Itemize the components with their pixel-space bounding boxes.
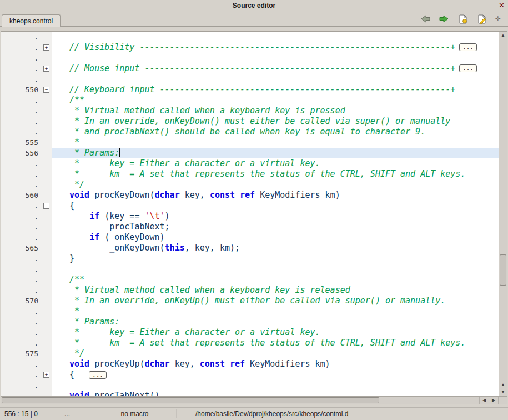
code-text[interactable]: * Virtual method called when a keyboard … <box>52 285 499 296</box>
code-text[interactable]: // Mouse input -------------------------… <box>52 63 499 74</box>
code-text[interactable]: */ <box>52 348 499 359</box>
code-line[interactable]: . * key = Either a character or a virtua… <box>1 158 499 169</box>
code-text[interactable]: * In an override, onKeyDown() must eithe… <box>52 116 499 127</box>
code-text[interactable]: void procKeyUp(dchar key, const ref KeyM… <box>52 359 499 369</box>
fold-expand-icon[interactable]: + <box>43 372 49 378</box>
code-line[interactable]: . <box>1 74 499 84</box>
code-line[interactable]: .} <box>1 253 499 264</box>
line-number: . <box>1 63 41 74</box>
code-line[interactable]: .−{ <box>1 201 499 211</box>
code-text[interactable]: * Params: <box>52 317 499 327</box>
horizontal-scrollbar[interactable]: ◀ ▶ <box>1 396 507 404</box>
code-line[interactable]: . * Virtual method called when a keyboar… <box>1 106 499 116</box>
code-line[interactable]: 575 */ <box>1 348 499 359</box>
go-back-button[interactable] <box>420 14 431 23</box>
code-line[interactable]: 565 _onKeyDown(this, key, km); <box>1 243 499 253</box>
code-token: , key, km); <box>185 243 240 253</box>
code-line[interactable]: . <box>1 53 499 63</box>
vertical-scroll-track[interactable] <box>499 39 507 381</box>
code-line[interactable]: . <box>1 32 499 42</box>
code-text[interactable]: _onKeyDown(this, key, km); <box>52 243 499 253</box>
folded-block-indicator[interactable]: ... <box>459 64 477 72</box>
scroll-up-icon-bottom[interactable]: ▲ <box>499 381 507 388</box>
code-line[interactable]: . if (key == '\t') <box>1 211 499 222</box>
titlebar[interactable]: Source editor ✕ <box>0 0 508 11</box>
fold-expand-icon[interactable]: + <box>43 66 49 72</box>
code-text[interactable]: /** <box>52 95 499 106</box>
code-line[interactable]: .+{... <box>1 369 499 380</box>
code-text[interactable] <box>52 74 499 84</box>
code-line[interactable]: .+// Mouse input -----------------------… <box>1 63 499 74</box>
vertical-scrollbar[interactable]: ▲ ▲ ▼ <box>499 32 507 396</box>
code-line[interactable]: .+// Visibility ------------------------… <box>1 42 499 53</box>
vertical-scroll-thumb[interactable] <box>500 254 506 285</box>
code-line[interactable]: . * Params: <box>1 317 499 327</box>
code-line[interactable]: . * km = A set that represents the statu… <box>1 169 499 179</box>
code-line[interactable]: . */ <box>1 179 499 190</box>
code-text[interactable]: * <box>52 306 499 317</box>
code-text[interactable]: * km = A set that represents the status … <box>52 169 499 179</box>
code-text[interactable]: * key = Either a character or a virtual … <box>52 158 499 169</box>
code-text[interactable] <box>52 53 499 63</box>
code-text[interactable]: { <box>52 201 499 211</box>
horizontal-scroll-thumb[interactable] <box>2 397 379 403</box>
close-icon[interactable]: ✕ <box>499 0 505 11</box>
scroll-down-icon[interactable]: ▼ <box>499 388 507 396</box>
code-line[interactable]: . * km = A set that represents the statu… <box>1 338 499 348</box>
folded-block-indicator[interactable]: ... <box>459 43 477 51</box>
code-text[interactable]: * and procTabNext() should be called whe… <box>52 127 499 137</box>
code-text[interactable]: procTabNext; <box>52 222 499 232</box>
scroll-left-icon[interactable]: ◀ <box>479 397 489 404</box>
fold-expand-icon[interactable]: + <box>43 44 49 51</box>
fold-collapse-icon[interactable]: − <box>43 203 49 209</box>
tab-kheops-control[interactable]: kheops.control <box>2 14 61 27</box>
code-line[interactable]: . <box>1 264 499 274</box>
folded-block-indicator[interactable]: ... <box>89 371 107 379</box>
code-text[interactable]: */ <box>52 179 499 190</box>
code-line[interactable]: ./** <box>1 95 499 106</box>
code-line[interactable]: ./** <box>1 274 499 285</box>
go-forward-button[interactable] <box>439 14 450 23</box>
code-line[interactable]: 570 * In an override, onKeyUp() must eit… <box>1 296 499 306</box>
code-text[interactable]: if (key == '\t') <box>52 211 499 222</box>
code-line[interactable]: .void procTabNext() <box>1 391 499 396</box>
code-text[interactable]: {... <box>52 369 499 380</box>
code-line[interactable]: . if (_onKeyDown) <box>1 232 499 243</box>
code-editor[interactable]: ..+// Visibility -----------------------… <box>1 32 499 396</box>
code-text[interactable]: * Params: <box>52 148 499 158</box>
code-text[interactable]: void procKeyDown(dchar key, const ref Ke… <box>52 190 499 201</box>
code-line[interactable]: . * <box>1 306 499 317</box>
code-line[interactable]: . * In an override, onKeyDown() must eit… <box>1 116 499 127</box>
code-line[interactable]: 556 * Params: <box>1 148 499 158</box>
scroll-right-icon[interactable]: ▶ <box>489 397 498 404</box>
code-text[interactable] <box>52 32 499 42</box>
code-text[interactable]: * In an override, onKeyUp() must either … <box>52 296 499 306</box>
code-text[interactable]: /** <box>52 274 499 285</box>
code-line[interactable]: . * and procTabNext() should be called w… <box>1 127 499 137</box>
code-line[interactable]: 555 * <box>1 137 499 148</box>
code-line[interactable]: . * key = Either a character or a virtua… <box>1 327 499 338</box>
code-text[interactable]: // Keyboard input ----------------------… <box>52 84 499 95</box>
code-line[interactable]: 550−// Keyboard input ------------------… <box>1 84 499 95</box>
code-line[interactable]: . * Virtual method called when a keyboar… <box>1 285 499 296</box>
code-line[interactable]: 560void procKeyDown(dchar key, const ref… <box>1 190 499 201</box>
save-document-button[interactable] <box>457 14 469 23</box>
code-text[interactable]: * key = Either a character or a virtual … <box>52 327 499 338</box>
code-line[interactable]: . procTabNext; <box>1 222 499 232</box>
code-text[interactable]: void procTabNext() <box>52 391 499 396</box>
fold-collapse-icon[interactable]: − <box>43 87 49 93</box>
code-line[interactable]: .void procKeyUp(dchar key, const ref Key… <box>1 359 499 369</box>
code-text[interactable] <box>52 380 499 391</box>
code-text[interactable]: * Virtual method called when a keyboard … <box>52 106 499 116</box>
horizontal-scroll-track[interactable] <box>1 397 479 404</box>
code-text[interactable]: } <box>52 253 499 264</box>
dock-handle-icon[interactable]: ✛ <box>495 15 502 23</box>
code-text[interactable] <box>52 264 499 274</box>
save-document-as-button[interactable] <box>476 14 487 23</box>
code-text[interactable]: * <box>52 137 499 148</box>
code-text[interactable]: * km = A set that represents the status … <box>52 338 499 348</box>
code-text[interactable]: // Visibility --------------------------… <box>52 42 499 53</box>
scroll-up-icon[interactable]: ▲ <box>499 32 507 39</box>
code-line[interactable]: . <box>1 380 499 391</box>
code-text[interactable]: if (_onKeyDown) <box>52 232 499 243</box>
